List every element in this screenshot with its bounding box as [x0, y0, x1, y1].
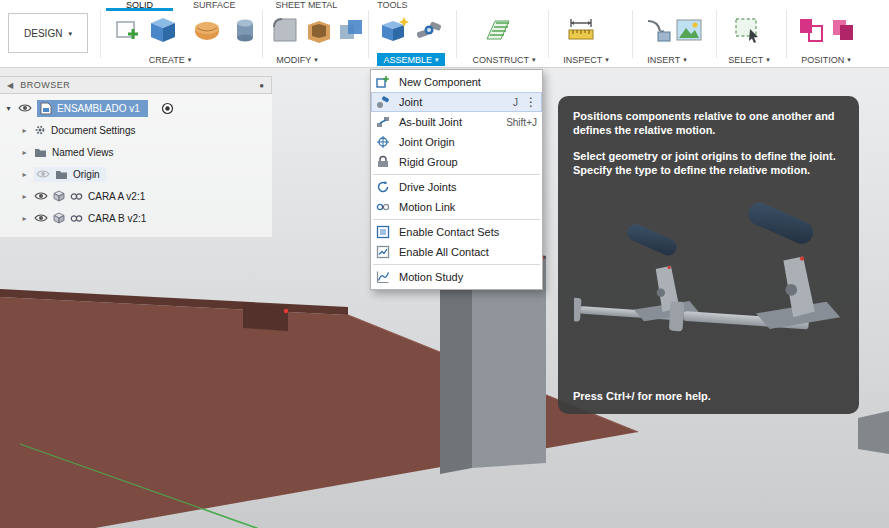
expand-arrow-icon[interactable]: ▸ [20, 214, 29, 223]
group-modify-label: MODIFY [276, 55, 311, 65]
create-cylinder-icon[interactable] [230, 15, 260, 45]
visibility-eye-icon[interactable] [18, 103, 32, 113]
modify-fillet-icon[interactable] [270, 15, 300, 45]
toolbar: SOLID SURFACE SHEET METAL TOOLS DESIGN ▾ [0, 0, 889, 68]
toolbar-separator [548, 10, 549, 58]
menu-item-joint[interactable]: Joint J ⋮ [371, 92, 542, 112]
group-construct[interactable]: CONSTRUCT ▾ [468, 53, 540, 66]
visibility-eye-icon[interactable] [34, 213, 48, 223]
menu-item-new-component[interactable]: New Component [371, 72, 542, 92]
browser-row-cara-a[interactable]: ▸ CARA A v2:1 [0, 185, 272, 207]
group-assemble[interactable]: ASSEMBLE ▾ [377, 53, 445, 66]
toolbar-tabs: SOLID SURFACE SHEET METAL TOOLS [106, 0, 428, 11]
create-sketch-icon[interactable] [112, 15, 142, 45]
more-options-icon[interactable]: ⋮ [525, 96, 537, 108]
assemble-joint-icon[interactable] [414, 15, 444, 45]
browser-item-label: Document Settings [51, 125, 136, 136]
modify-combine-icon[interactable] [336, 15, 366, 45]
browser-row-named-views[interactable]: ▸ Named Views [0, 141, 272, 163]
menu-item-motion-link[interactable]: Motion Link [371, 197, 542, 217]
browser-item-label: CARA A v2:1 [88, 191, 145, 202]
menu-item-label: Enable Contact Sets [399, 226, 537, 238]
construct-plane-icon[interactable] [482, 15, 512, 45]
root-component[interactable]: ENSAMBLADO v1 [37, 100, 148, 117]
as-built-joint-icon [376, 115, 393, 129]
activate-component-radio[interactable] [161, 102, 174, 115]
assemble-new-component-icon[interactable] [380, 15, 410, 45]
right-part[interactable] [858, 411, 889, 454]
drive-joints-icon [376, 180, 393, 194]
chevron-down-icon: ▾ [314, 56, 318, 63]
create-box-icon[interactable] [148, 15, 178, 45]
group-inspect[interactable]: INSPECT ▾ [556, 53, 616, 66]
folder-icon [55, 169, 68, 180]
expand-arrow-icon[interactable]: ▸ [20, 126, 29, 135]
gear-icon [34, 124, 46, 136]
browser-panel: ◀ BROWSER ● ▾ ENSAMBLADO v1 [0, 76, 272, 237]
component-icon [53, 190, 65, 202]
group-insert[interactable]: INSERT ▾ [638, 53, 696, 66]
browser-row-origin[interactable]: ▸ Origin [0, 163, 272, 185]
insert-canvas-icon[interactable] [674, 15, 704, 45]
group-construct-label: CONSTRUCT [472, 55, 529, 65]
browser-item-label: Origin [73, 169, 100, 180]
visibility-eye-icon[interactable] [34, 191, 48, 201]
toolbar-separator [262, 10, 263, 58]
group-select[interactable]: SELECT ▾ [720, 53, 778, 66]
design-dropdown[interactable]: DESIGN ▾ [8, 13, 88, 53]
assemble-menu: New Component Joint J ⋮ As-built Joint S… [370, 69, 543, 290]
menu-item-drive-joints[interactable]: Drive Joints [371, 177, 542, 197]
folder-icon [34, 147, 47, 158]
tab-surface[interactable]: SURFACE [173, 0, 256, 11]
chevron-down-icon: ▾ [68, 30, 72, 37]
enable-contact-sets-icon [376, 225, 393, 239]
group-modify[interactable]: MODIFY ▾ [266, 53, 328, 66]
joint-tooltip-panel: Positions components relative to one ano… [558, 96, 859, 414]
component-icon [53, 212, 65, 224]
link-icon [70, 214, 83, 223]
inspect-measure-icon[interactable] [566, 15, 596, 45]
expand-arrow-icon[interactable]: ▾ [4, 104, 13, 113]
toolbar-separator [632, 10, 633, 58]
toolbar-separator [368, 10, 369, 58]
menu-item-joint-origin[interactable]: Joint Origin [371, 132, 542, 152]
position-revert-icon[interactable] [828, 15, 858, 45]
chevron-down-icon: ▾ [188, 56, 192, 63]
link-icon [70, 192, 83, 201]
browser-row-document-settings[interactable]: ▸ Document Settings [0, 119, 272, 141]
menu-item-as-built-joint[interactable]: As-built Joint Shift+J [371, 112, 542, 132]
create-form-icon[interactable] [192, 15, 222, 45]
browser-row-cara-b[interactable]: ▸ CARA B v2:1 [0, 207, 272, 229]
select-window-icon[interactable] [732, 15, 762, 45]
panel-handle-icon[interactable]: ● [259, 81, 264, 90]
group-create-label: CREATE [149, 55, 185, 65]
menu-item-label: Drive Joints [399, 181, 537, 193]
toolbar-separator [716, 10, 717, 58]
browser-tree: ▾ ENSAMBLADO v1 [0, 94, 272, 237]
tab-solid[interactable]: SOLID [106, 0, 173, 11]
fusion360-window: SOLID SURFACE SHEET METAL TOOLS DESIGN ▾ [0, 0, 889, 528]
menu-item-rigid-group[interactable]: Rigid Group [371, 152, 542, 172]
insert-derive-icon[interactable] [644, 15, 674, 45]
group-position[interactable]: POSITION ▾ [794, 53, 858, 66]
browser-title: BROWSER [20, 80, 70, 90]
origin-marker [284, 309, 288, 313]
position-capture-icon[interactable] [796, 15, 826, 45]
menu-item-enable-all-contact[interactable]: Enable All Contact [371, 242, 542, 262]
menu-shortcut: Shift+J [506, 117, 537, 128]
collapse-panel-icon[interactable]: ◀ [7, 81, 13, 90]
browser-header[interactable]: ◀ BROWSER ● [0, 76, 272, 94]
group-create[interactable]: CREATE ▾ [138, 53, 202, 66]
modify-shell-icon[interactable] [304, 15, 334, 45]
menu-separator [373, 219, 540, 220]
browser-row-root[interactable]: ▾ ENSAMBLADO v1 [0, 97, 272, 119]
expand-arrow-icon[interactable]: ▸ [20, 192, 29, 201]
menu-item-motion-study[interactable]: Motion Study [371, 267, 542, 287]
visibility-eye-dimmed-icon[interactable] [36, 169, 50, 179]
tab-sheet-metal[interactable]: SHEET METAL [256, 0, 358, 11]
expand-arrow-icon[interactable]: ▸ [20, 170, 29, 179]
menu-item-enable-contact-sets[interactable]: Enable Contact Sets [371, 222, 542, 242]
joint-origin-icon [376, 135, 393, 149]
expand-arrow-icon[interactable]: ▸ [20, 148, 29, 157]
enable-all-contact-icon [376, 245, 393, 259]
